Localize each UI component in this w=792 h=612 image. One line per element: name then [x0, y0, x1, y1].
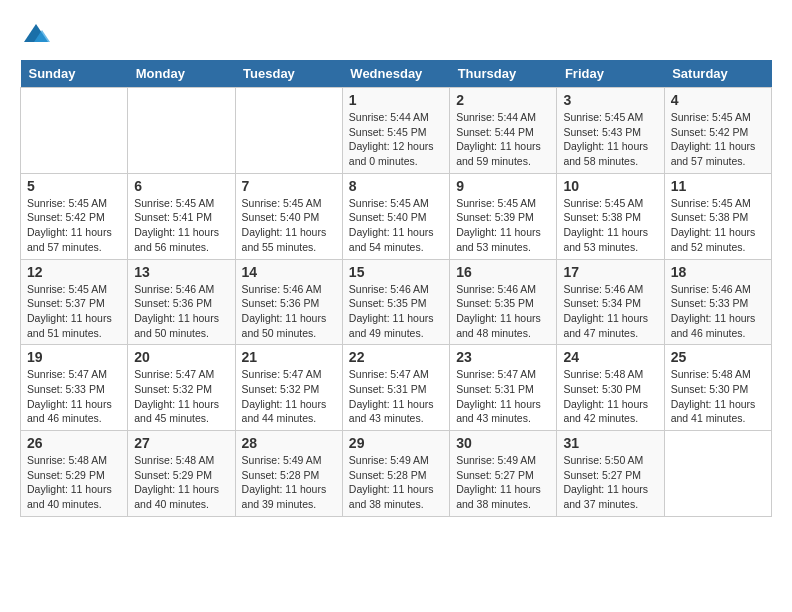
- day-info: Sunrise: 5:45 AM Sunset: 5:41 PM Dayligh…: [134, 196, 228, 255]
- day-info: Sunrise: 5:46 AM Sunset: 5:35 PM Dayligh…: [456, 282, 550, 341]
- calendar-cell: 4Sunrise: 5:45 AM Sunset: 5:42 PM Daylig…: [664, 88, 771, 174]
- day-number: 10: [563, 178, 657, 194]
- day-info: Sunrise: 5:46 AM Sunset: 5:35 PM Dayligh…: [349, 282, 443, 341]
- day-info: Sunrise: 5:45 AM Sunset: 5:42 PM Dayligh…: [27, 196, 121, 255]
- calendar-cell: [235, 88, 342, 174]
- day-info: Sunrise: 5:49 AM Sunset: 5:28 PM Dayligh…: [242, 453, 336, 512]
- calendar-week-4: 19Sunrise: 5:47 AM Sunset: 5:33 PM Dayli…: [21, 345, 772, 431]
- calendar-cell: 30Sunrise: 5:49 AM Sunset: 5:27 PM Dayli…: [450, 431, 557, 517]
- day-number: 4: [671, 92, 765, 108]
- day-info: Sunrise: 5:45 AM Sunset: 5:38 PM Dayligh…: [563, 196, 657, 255]
- calendar-cell: [664, 431, 771, 517]
- day-info: Sunrise: 5:46 AM Sunset: 5:36 PM Dayligh…: [134, 282, 228, 341]
- calendar-cell: 13Sunrise: 5:46 AM Sunset: 5:36 PM Dayli…: [128, 259, 235, 345]
- header-saturday: Saturday: [664, 60, 771, 88]
- day-info: Sunrise: 5:45 AM Sunset: 5:42 PM Dayligh…: [671, 110, 765, 169]
- day-number: 31: [563, 435, 657, 451]
- day-number: 1: [349, 92, 443, 108]
- day-info: Sunrise: 5:45 AM Sunset: 5:39 PM Dayligh…: [456, 196, 550, 255]
- header-thursday: Thursday: [450, 60, 557, 88]
- calendar-cell: 9Sunrise: 5:45 AM Sunset: 5:39 PM Daylig…: [450, 173, 557, 259]
- calendar-cell: 28Sunrise: 5:49 AM Sunset: 5:28 PM Dayli…: [235, 431, 342, 517]
- day-info: Sunrise: 5:46 AM Sunset: 5:36 PM Dayligh…: [242, 282, 336, 341]
- day-number: 25: [671, 349, 765, 365]
- calendar-week-5: 26Sunrise: 5:48 AM Sunset: 5:29 PM Dayli…: [21, 431, 772, 517]
- day-number: 20: [134, 349, 228, 365]
- day-number: 18: [671, 264, 765, 280]
- day-number: 2: [456, 92, 550, 108]
- calendar-header-row: SundayMondayTuesdayWednesdayThursdayFrid…: [21, 60, 772, 88]
- day-number: 27: [134, 435, 228, 451]
- day-number: 3: [563, 92, 657, 108]
- day-number: 23: [456, 349, 550, 365]
- day-info: Sunrise: 5:45 AM Sunset: 5:40 PM Dayligh…: [242, 196, 336, 255]
- day-info: Sunrise: 5:48 AM Sunset: 5:29 PM Dayligh…: [134, 453, 228, 512]
- calendar-cell: 2Sunrise: 5:44 AM Sunset: 5:44 PM Daylig…: [450, 88, 557, 174]
- calendar-cell: 19Sunrise: 5:47 AM Sunset: 5:33 PM Dayli…: [21, 345, 128, 431]
- calendar-week-1: 1Sunrise: 5:44 AM Sunset: 5:45 PM Daylig…: [21, 88, 772, 174]
- day-number: 16: [456, 264, 550, 280]
- day-number: 22: [349, 349, 443, 365]
- day-info: Sunrise: 5:45 AM Sunset: 5:37 PM Dayligh…: [27, 282, 121, 341]
- day-number: 19: [27, 349, 121, 365]
- day-info: Sunrise: 5:49 AM Sunset: 5:28 PM Dayligh…: [349, 453, 443, 512]
- header-sunday: Sunday: [21, 60, 128, 88]
- day-info: Sunrise: 5:48 AM Sunset: 5:30 PM Dayligh…: [671, 367, 765, 426]
- day-number: 21: [242, 349, 336, 365]
- calendar-cell: 14Sunrise: 5:46 AM Sunset: 5:36 PM Dayli…: [235, 259, 342, 345]
- calendar-cell: 15Sunrise: 5:46 AM Sunset: 5:35 PM Dayli…: [342, 259, 449, 345]
- calendar-cell: 27Sunrise: 5:48 AM Sunset: 5:29 PM Dayli…: [128, 431, 235, 517]
- day-info: Sunrise: 5:44 AM Sunset: 5:45 PM Dayligh…: [349, 110, 443, 169]
- calendar-cell: [128, 88, 235, 174]
- calendar-cell: 25Sunrise: 5:48 AM Sunset: 5:30 PM Dayli…: [664, 345, 771, 431]
- day-info: Sunrise: 5:45 AM Sunset: 5:40 PM Dayligh…: [349, 196, 443, 255]
- calendar-cell: 23Sunrise: 5:47 AM Sunset: 5:31 PM Dayli…: [450, 345, 557, 431]
- calendar-cell: 31Sunrise: 5:50 AM Sunset: 5:27 PM Dayli…: [557, 431, 664, 517]
- day-info: Sunrise: 5:47 AM Sunset: 5:31 PM Dayligh…: [349, 367, 443, 426]
- calendar-cell: 24Sunrise: 5:48 AM Sunset: 5:30 PM Dayli…: [557, 345, 664, 431]
- calendar-cell: 18Sunrise: 5:46 AM Sunset: 5:33 PM Dayli…: [664, 259, 771, 345]
- day-info: Sunrise: 5:47 AM Sunset: 5:33 PM Dayligh…: [27, 367, 121, 426]
- day-info: Sunrise: 5:45 AM Sunset: 5:43 PM Dayligh…: [563, 110, 657, 169]
- day-number: 6: [134, 178, 228, 194]
- header-tuesday: Tuesday: [235, 60, 342, 88]
- day-number: 5: [27, 178, 121, 194]
- calendar-cell: 16Sunrise: 5:46 AM Sunset: 5:35 PM Dayli…: [450, 259, 557, 345]
- day-number: 30: [456, 435, 550, 451]
- calendar-cell: 26Sunrise: 5:48 AM Sunset: 5:29 PM Dayli…: [21, 431, 128, 517]
- day-info: Sunrise: 5:46 AM Sunset: 5:34 PM Dayligh…: [563, 282, 657, 341]
- day-info: Sunrise: 5:45 AM Sunset: 5:38 PM Dayligh…: [671, 196, 765, 255]
- day-number: 14: [242, 264, 336, 280]
- calendar-cell: 20Sunrise: 5:47 AM Sunset: 5:32 PM Dayli…: [128, 345, 235, 431]
- logo-icon: [22, 20, 50, 48]
- day-number: 7: [242, 178, 336, 194]
- calendar-cell: 29Sunrise: 5:49 AM Sunset: 5:28 PM Dayli…: [342, 431, 449, 517]
- calendar-cell: 7Sunrise: 5:45 AM Sunset: 5:40 PM Daylig…: [235, 173, 342, 259]
- day-info: Sunrise: 5:47 AM Sunset: 5:32 PM Dayligh…: [242, 367, 336, 426]
- day-info: Sunrise: 5:47 AM Sunset: 5:31 PM Dayligh…: [456, 367, 550, 426]
- calendar-cell: 3Sunrise: 5:45 AM Sunset: 5:43 PM Daylig…: [557, 88, 664, 174]
- calendar-cell: 17Sunrise: 5:46 AM Sunset: 5:34 PM Dayli…: [557, 259, 664, 345]
- calendar-table: SundayMondayTuesdayWednesdayThursdayFrid…: [20, 60, 772, 517]
- day-number: 24: [563, 349, 657, 365]
- day-number: 28: [242, 435, 336, 451]
- day-info: Sunrise: 5:44 AM Sunset: 5:44 PM Dayligh…: [456, 110, 550, 169]
- day-number: 15: [349, 264, 443, 280]
- day-info: Sunrise: 5:46 AM Sunset: 5:33 PM Dayligh…: [671, 282, 765, 341]
- calendar-cell: 21Sunrise: 5:47 AM Sunset: 5:32 PM Dayli…: [235, 345, 342, 431]
- day-number: 8: [349, 178, 443, 194]
- calendar-cell: 5Sunrise: 5:45 AM Sunset: 5:42 PM Daylig…: [21, 173, 128, 259]
- day-number: 29: [349, 435, 443, 451]
- day-number: 9: [456, 178, 550, 194]
- calendar-week-2: 5Sunrise: 5:45 AM Sunset: 5:42 PM Daylig…: [21, 173, 772, 259]
- day-number: 17: [563, 264, 657, 280]
- page-header: [20, 20, 772, 44]
- header-monday: Monday: [128, 60, 235, 88]
- day-info: Sunrise: 5:50 AM Sunset: 5:27 PM Dayligh…: [563, 453, 657, 512]
- calendar-cell: [21, 88, 128, 174]
- calendar-cell: 8Sunrise: 5:45 AM Sunset: 5:40 PM Daylig…: [342, 173, 449, 259]
- calendar-cell: 22Sunrise: 5:47 AM Sunset: 5:31 PM Dayli…: [342, 345, 449, 431]
- calendar-cell: 12Sunrise: 5:45 AM Sunset: 5:37 PM Dayli…: [21, 259, 128, 345]
- day-info: Sunrise: 5:49 AM Sunset: 5:27 PM Dayligh…: [456, 453, 550, 512]
- header-wednesday: Wednesday: [342, 60, 449, 88]
